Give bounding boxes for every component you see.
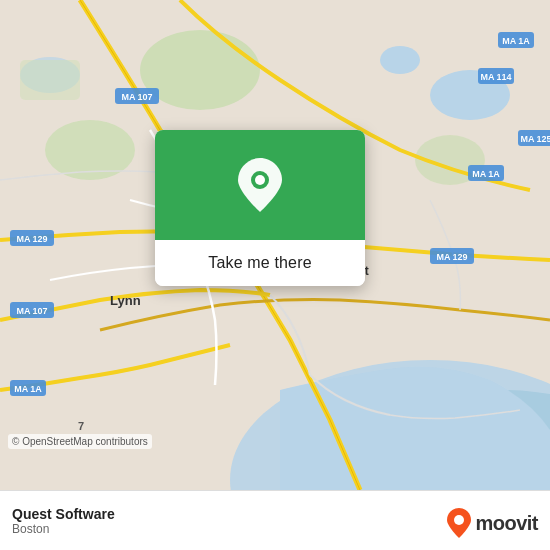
svg-text:7: 7 [78,420,84,432]
moovit-pin-icon [447,508,471,538]
moovit-logo: moovit [447,508,538,538]
svg-text:MA 129: MA 129 [16,234,47,244]
svg-text:MA 129: MA 129 [436,252,467,262]
app-info: Quest Software Boston [12,506,115,536]
svg-text:MA 107: MA 107 [16,306,47,316]
svg-point-31 [454,515,464,525]
svg-text:MA 107: MA 107 [121,92,152,102]
app-title: Quest Software [12,506,115,522]
bottom-bar: Quest Software Boston moovit [0,490,550,550]
svg-text:MA 1A: MA 1A [14,384,42,394]
svg-point-30 [255,175,265,185]
svg-point-4 [380,46,420,74]
lynn-label: Lynn [110,293,141,308]
app-subtitle: Boston [12,522,115,536]
map-pin-icon [238,158,282,212]
location-popup: Take me there [155,130,365,286]
take-me-there-button[interactable]: Take me there [155,240,365,286]
svg-text:MA 125: MA 125 [520,134,550,144]
osm-attribution: © OpenStreetMap contributors [8,434,152,449]
popup-header [155,130,365,240]
svg-rect-9 [20,60,80,100]
moovit-text: moovit [475,512,538,535]
map-area: MA 107 MA 1A MA 114 MA 1A MA 125 MA 129 … [0,0,550,490]
svg-text:MA 114: MA 114 [480,72,511,82]
svg-text:MA 1A: MA 1A [472,169,500,179]
svg-text:MA 1A: MA 1A [502,36,530,46]
